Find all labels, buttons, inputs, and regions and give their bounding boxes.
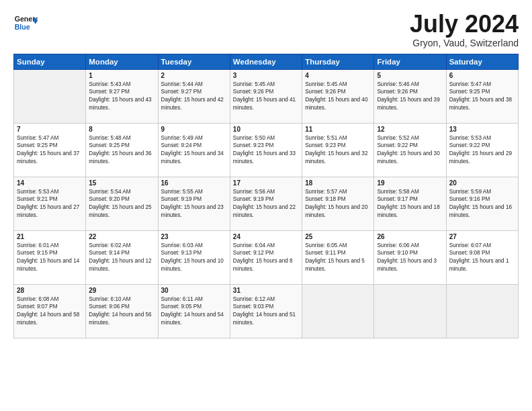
- day-number: 9: [161, 126, 227, 133]
- calendar-cell: 17Sunrise: 5:56 AMSunset: 9:19 PMDayligh…: [230, 177, 302, 230]
- calendar-table: SundayMondayTuesdayWednesdayThursdayFrid…: [13, 54, 519, 338]
- calendar-cell: 12Sunrise: 5:52 AMSunset: 9:22 PMDayligh…: [374, 123, 446, 177]
- header: General Blue July 2024 Gryon, Vaud, Swit…: [13, 11, 519, 48]
- weekday-header-cell: Thursday: [302, 54, 374, 69]
- day-info: Sunrise: 5:56 AMSunset: 9:19 PMDaylight:…: [233, 188, 299, 220]
- day-info: Sunrise: 5:43 AMSunset: 9:27 PMDaylight:…: [89, 81, 154, 113]
- calendar-cell: 25Sunrise: 6:05 AMSunset: 9:11 PMDayligh…: [302, 230, 374, 284]
- day-info: Sunrise: 6:03 AMSunset: 9:13 PMDaylight:…: [161, 242, 227, 274]
- calendar-cell: 14Sunrise: 5:53 AMSunset: 9:21 PMDayligh…: [14, 177, 86, 230]
- day-info: Sunrise: 5:55 AMSunset: 9:19 PMDaylight:…: [161, 188, 227, 220]
- day-number: 11: [305, 126, 371, 133]
- calendar-cell: 6Sunrise: 5:47 AMSunset: 9:25 PMDaylight…: [446, 69, 518, 123]
- weekday-header-cell: Tuesday: [158, 54, 230, 69]
- day-info: Sunrise: 5:52 AMSunset: 9:22 PMDaylight:…: [377, 134, 443, 167]
- calendar-week-row: 14Sunrise: 5:53 AMSunset: 9:21 PMDayligh…: [14, 177, 519, 230]
- day-number: 21: [17, 233, 83, 240]
- day-number: 27: [449, 233, 515, 240]
- calendar-cell: 29Sunrise: 6:10 AMSunset: 9:06 PMDayligh…: [86, 284, 158, 338]
- day-info: Sunrise: 6:06 AMSunset: 9:10 PMDaylight:…: [377, 242, 443, 274]
- calendar-cell: 28Sunrise: 6:08 AMSunset: 9:07 PMDayligh…: [14, 284, 86, 338]
- calendar-cell: 10Sunrise: 5:50 AMSunset: 9:23 PMDayligh…: [230, 123, 302, 177]
- calendar-week-row: 7Sunrise: 5:47 AMSunset: 9:25 PMDaylight…: [14, 123, 519, 177]
- calendar-cell: 9Sunrise: 5:49 AMSunset: 9:24 PMDaylight…: [158, 123, 230, 177]
- calendar-title: July 2024: [410, 11, 519, 38]
- day-info: Sunrise: 5:58 AMSunset: 9:17 PMDaylight:…: [377, 188, 443, 220]
- day-number: 26: [377, 233, 443, 240]
- calendar-cell: 11Sunrise: 5:51 AMSunset: 9:23 PMDayligh…: [302, 123, 374, 177]
- weekday-header-cell: Wednesday: [230, 54, 302, 69]
- day-info: Sunrise: 6:02 AMSunset: 9:14 PMDaylight:…: [89, 242, 154, 274]
- day-info: Sunrise: 5:57 AMSunset: 9:18 PMDaylight:…: [305, 188, 371, 220]
- calendar-subtitle: Gryon, Vaud, Switzerland: [410, 38, 519, 48]
- day-number: 30: [161, 287, 227, 294]
- day-info: Sunrise: 6:01 AMSunset: 9:15 PMDaylight:…: [17, 242, 83, 274]
- calendar-cell: [14, 69, 86, 123]
- calendar-cell: 20Sunrise: 5:59 AMSunset: 9:16 PMDayligh…: [446, 177, 518, 230]
- calendar-cell: 26Sunrise: 6:06 AMSunset: 9:10 PMDayligh…: [374, 230, 446, 284]
- day-info: Sunrise: 5:44 AMSunset: 9:27 PMDaylight:…: [161, 81, 227, 113]
- day-info: Sunrise: 5:46 AMSunset: 9:26 PMDaylight:…: [377, 81, 443, 113]
- day-number: 8: [89, 126, 154, 133]
- calendar-cell: 15Sunrise: 5:54 AMSunset: 9:20 PMDayligh…: [86, 177, 158, 230]
- calendar-cell: 30Sunrise: 6:11 AMSunset: 9:05 PMDayligh…: [158, 284, 230, 338]
- title-block: July 2024 Gryon, Vaud, Switzerland: [410, 11, 519, 48]
- day-info: Sunrise: 5:53 AMSunset: 9:22 PMDaylight:…: [449, 134, 515, 167]
- calendar-cell: 23Sunrise: 6:03 AMSunset: 9:13 PMDayligh…: [158, 230, 230, 284]
- calendar-cell: [302, 284, 374, 338]
- day-info: Sunrise: 6:10 AMSunset: 9:06 PMDaylight:…: [89, 295, 154, 328]
- day-info: Sunrise: 5:47 AMSunset: 9:25 PMDaylight:…: [449, 81, 515, 113]
- calendar-cell: 24Sunrise: 6:04 AMSunset: 9:12 PMDayligh…: [230, 230, 302, 284]
- day-number: 7: [17, 126, 83, 133]
- day-number: 14: [17, 179, 83, 187]
- day-info: Sunrise: 6:07 AMSunset: 9:08 PMDaylight:…: [449, 242, 515, 274]
- calendar-cell: 21Sunrise: 6:01 AMSunset: 9:15 PMDayligh…: [14, 230, 86, 284]
- day-info: Sunrise: 5:53 AMSunset: 9:21 PMDaylight:…: [17, 188, 83, 220]
- calendar-cell: 27Sunrise: 6:07 AMSunset: 9:08 PMDayligh…: [446, 230, 518, 284]
- weekday-header-row: SundayMondayTuesdayWednesdayThursdayFrid…: [14, 54, 519, 69]
- weekday-header-cell: Friday: [374, 54, 446, 69]
- day-number: 10: [233, 126, 299, 133]
- day-number: 15: [89, 179, 154, 187]
- day-info: Sunrise: 6:12 AMSunset: 9:03 PMDaylight:…: [233, 295, 299, 328]
- calendar-cell: 3Sunrise: 5:45 AMSunset: 9:26 PMDaylight…: [230, 69, 302, 123]
- day-number: 28: [17, 287, 83, 294]
- calendar-cell: 13Sunrise: 5:53 AMSunset: 9:22 PMDayligh…: [446, 123, 518, 177]
- day-number: 4: [305, 72, 371, 79]
- day-number: 1: [89, 72, 154, 79]
- day-info: Sunrise: 5:59 AMSunset: 9:16 PMDaylight:…: [449, 188, 515, 220]
- day-number: 2: [161, 72, 227, 79]
- calendar-cell: 2Sunrise: 5:44 AMSunset: 9:27 PMDaylight…: [158, 69, 230, 123]
- calendar-cell: 18Sunrise: 5:57 AMSunset: 9:18 PMDayligh…: [302, 177, 374, 230]
- day-number: 16: [161, 179, 227, 187]
- day-info: Sunrise: 6:04 AMSunset: 9:12 PMDaylight:…: [233, 242, 299, 274]
- weekday-header-cell: Sunday: [14, 54, 86, 69]
- day-number: 17: [233, 179, 299, 187]
- day-info: Sunrise: 5:47 AMSunset: 9:25 PMDaylight:…: [17, 134, 83, 167]
- calendar-week-row: 28Sunrise: 6:08 AMSunset: 9:07 PMDayligh…: [14, 284, 519, 338]
- logo-icon: General Blue: [13, 11, 38, 35]
- calendar-cell: 8Sunrise: 5:48 AMSunset: 9:25 PMDaylight…: [86, 123, 158, 177]
- day-info: Sunrise: 5:50 AMSunset: 9:23 PMDaylight:…: [233, 134, 299, 167]
- day-number: 31: [233, 287, 299, 294]
- weekday-header-cell: Saturday: [446, 54, 518, 69]
- day-info: Sunrise: 5:48 AMSunset: 9:25 PMDaylight:…: [89, 134, 154, 167]
- calendar-week-row: 21Sunrise: 6:01 AMSunset: 9:15 PMDayligh…: [14, 230, 519, 284]
- day-number: 13: [449, 126, 515, 133]
- day-number: 19: [377, 179, 443, 187]
- day-number: 12: [377, 126, 443, 133]
- calendar-cell: 16Sunrise: 5:55 AMSunset: 9:19 PMDayligh…: [158, 177, 230, 230]
- calendar-week-row: 1Sunrise: 5:43 AMSunset: 9:27 PMDaylight…: [14, 69, 519, 123]
- day-info: Sunrise: 5:49 AMSunset: 9:24 PMDaylight:…: [161, 134, 227, 167]
- day-number: 5: [377, 72, 443, 79]
- calendar-page: General Blue July 2024 Gryon, Vaud, Swit…: [0, 0, 532, 411]
- calendar-cell: [446, 284, 518, 338]
- day-info: Sunrise: 6:11 AMSunset: 9:05 PMDaylight:…: [161, 295, 227, 328]
- logo: General Blue: [13, 11, 38, 35]
- calendar-cell: [374, 284, 446, 338]
- day-info: Sunrise: 6:05 AMSunset: 9:11 PMDaylight:…: [305, 242, 371, 274]
- day-info: Sunrise: 5:51 AMSunset: 9:23 PMDaylight:…: [305, 134, 371, 167]
- day-number: 18: [305, 179, 371, 187]
- calendar-cell: 5Sunrise: 5:46 AMSunset: 9:26 PMDaylight…: [374, 69, 446, 123]
- day-number: 25: [305, 233, 371, 240]
